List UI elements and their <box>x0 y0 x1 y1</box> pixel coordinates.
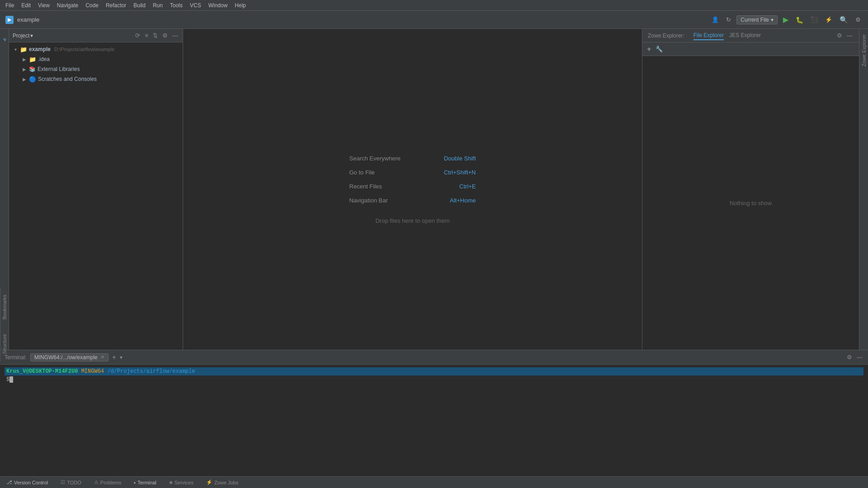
terminal-host: MINGW64 <box>81 368 104 375</box>
app-logo: ▶ <box>5 16 14 24</box>
wrench-icon[interactable]: 🔧 <box>655 45 664 53</box>
tree-idea[interactable]: ▶ 📁 .idea <box>9 54 183 64</box>
collapse-all-icon[interactable]: ⟳ <box>134 32 141 39</box>
terminal-space2 <box>104 368 107 375</box>
problems-label: Problems <box>100 480 121 485</box>
tab-file-explorer[interactable]: File Explorer <box>693 31 724 40</box>
menu-refactor[interactable]: Refactor <box>102 1 130 9</box>
stop-button[interactable]: ⬛ <box>809 15 820 24</box>
menu-tools[interactable]: Tools <box>166 1 186 9</box>
profile-icon[interactable]: 👤 <box>710 15 721 24</box>
terminal-line-2: $ <box>5 375 863 384</box>
project-panel-header: Project ▾ ⟳ ≡ ⇅ ⚙ — <box>9 29 183 42</box>
menu-run[interactable]: Run <box>149 1 166 9</box>
add-terminal-icon[interactable]: + <box>112 353 116 361</box>
menu-file[interactable]: File <box>2 1 18 9</box>
sort-icon[interactable]: ⇅ <box>152 32 159 39</box>
project-dropdown-label: Project <box>13 33 29 39</box>
services-icon: ◈ <box>169 479 173 485</box>
terminal-space <box>78 368 81 375</box>
tree-scratch-icon: 🔵 <box>29 76 36 83</box>
shortcut-row: Recent Files Ctrl+E <box>349 183 476 190</box>
editor-placeholder: Search Everywhere Double Shift Go to Fil… <box>183 29 642 350</box>
terminal-minimize-icon[interactable]: — <box>856 353 863 361</box>
terminal-prompt: $ <box>6 376 9 383</box>
tree-scratch-label: Scratches and Consoles <box>38 76 97 82</box>
terminal-settings-icon[interactable]: ⚙ <box>846 353 853 361</box>
right-sidebar: Zowe Explorer <box>859 29 868 350</box>
status-version-control[interactable]: ⎇ Version Control <box>4 479 51 486</box>
terminal-body[interactable]: Krus_V@DESKTOP-M14F2U0 MINGW64 /d/Projec… <box>0 365 868 476</box>
services-label: Services <box>175 480 193 485</box>
menu-window[interactable]: Window <box>205 1 231 9</box>
search-everywhere-icon[interactable]: 🔍 <box>838 15 850 25</box>
project-dropdown[interactable]: Project ▾ <box>13 33 33 39</box>
sync-icon[interactable]: ↻ <box>724 15 733 24</box>
zowe-minimize-icon[interactable]: — <box>846 32 854 39</box>
zowe-label: Zowe Explorer: <box>648 33 684 39</box>
terminal-dropdown-icon[interactable]: ▾ <box>120 354 123 361</box>
align-icon[interactable]: ≡ <box>144 32 149 39</box>
bottom-panel: Terminal: MINGW64:/.../ow/example ✕ + ▾ … <box>0 350 868 476</box>
terminal-tab[interactable]: MINGW64:/.../ow/example ✕ <box>30 353 108 361</box>
minimize-panel-icon[interactable]: — <box>171 32 179 39</box>
project-tree: ▾ 📁 example D:\Projects/airflow\example … <box>9 42 183 350</box>
menu-code[interactable]: Code <box>82 1 102 9</box>
zowe-jobs-label: Zowe Jobs <box>214 480 238 485</box>
right-sidebar-label[interactable]: Zowe Explorer <box>860 29 868 72</box>
status-problems[interactable]: ⚠ Problems <box>91 479 124 486</box>
shortcut-label: Navigation Bar <box>349 197 446 204</box>
menu-vcs[interactable]: VCS <box>186 1 205 9</box>
toolbar-right: 👤 ↻ Current File ▾ ▶ 🐛 ⬛ ⚡ 🔍 ⚙ <box>710 14 863 25</box>
run-config-dropdown[interactable]: Current File ▾ <box>736 15 778 24</box>
tree-idea-label: .idea <box>38 56 50 62</box>
tree-idea-arrow: ▶ <box>22 56 27 62</box>
right-panel: Zowe Explorer: File Explorer JES Explore… <box>642 29 859 350</box>
terminal-tab-name: MINGW64:/.../ow/example <box>34 354 98 361</box>
menu-edit[interactable]: Edit <box>18 1 34 9</box>
menu-view[interactable]: View <box>34 1 53 9</box>
tree-ext-label: External Libraries <box>38 66 80 72</box>
debug-button[interactable]: 🐛 <box>794 15 805 24</box>
run-config-label: Current File <box>741 17 769 23</box>
terminal-line-1: Krus_V@DESKTOP-M14F2U0 MINGW64 /d/Projec… <box>5 367 863 375</box>
status-terminal[interactable]: ▪ Terminal <box>131 479 159 486</box>
settings-icon[interactable]: ⚙ <box>854 15 863 24</box>
terminal-actions: ⚙ — <box>846 353 863 361</box>
run-button[interactable]: ▶ <box>781 14 790 25</box>
terminal-status-label: Terminal <box>137 480 156 485</box>
tab-jes-explorer[interactable]: JES Explorer <box>729 31 761 40</box>
status-todo[interactable]: ☑ TODO <box>58 479 84 486</box>
shortcut-label: Go to File <box>349 169 439 176</box>
status-services[interactable]: ◈ Services <box>166 479 196 486</box>
shortcut-key: Ctrl+E <box>459 183 476 190</box>
shortcut-key: Ctrl+Shift+N <box>444 169 476 176</box>
project-sidebar-tab[interactable]: P <box>1 31 8 49</box>
tree-root-arrow: ▾ <box>13 47 18 52</box>
settings-panel-icon[interactable]: ⚙ <box>161 32 169 39</box>
tree-external-libraries[interactable]: ▶ 📚 External Libraries <box>9 64 183 74</box>
terminal-tab-close[interactable]: ✕ <box>100 354 104 360</box>
shortcut-row: Navigation Bar Alt+Home <box>349 197 476 204</box>
add-connection-icon[interactable]: + <box>646 45 652 54</box>
zowe-jobs-icon: ⚡ <box>206 479 212 485</box>
structure-label[interactable]: Structure <box>0 327 8 350</box>
status-zowe-jobs[interactable]: ⚡ Zowe Jobs <box>203 479 241 486</box>
run-with-coverage-button[interactable]: ⚡ <box>823 15 834 24</box>
project-panel: Project ▾ ⟳ ≡ ⇅ ⚙ — ▾ 📁 example D:\Proje… <box>9 29 183 350</box>
tree-root[interactable]: ▾ 📁 example D:\Projects/airflow\example <box>9 44 183 54</box>
menu-build[interactable]: Build <box>130 1 149 9</box>
menu-help[interactable]: Help <box>231 1 250 9</box>
terminal-path: /d/Projects/airflow/example <box>107 368 195 375</box>
terminal-cursor <box>9 376 13 383</box>
nothing-to-show-text: Nothing to show <box>730 200 772 206</box>
right-panel-body: Nothing to show <box>642 56 859 350</box>
version-control-icon: ⎇ <box>6 479 12 485</box>
run-config-arrow: ▾ <box>771 17 774 23</box>
menu-navigate[interactable]: Navigate <box>53 1 82 9</box>
tree-scratch-arrow: ▶ <box>22 76 27 82</box>
zowe-settings-icon[interactable]: ⚙ <box>836 32 843 39</box>
bookmarks-label[interactable]: Bookmarks <box>0 287 8 327</box>
tree-root-label: example <box>29 46 51 52</box>
tree-scratches[interactable]: ▶ 🔵 Scratches and Consoles <box>9 74 183 84</box>
